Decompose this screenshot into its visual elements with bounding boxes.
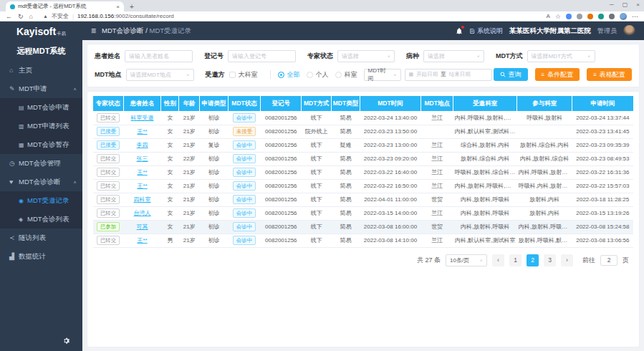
radio-all[interactable]: 全部 xyxy=(278,70,307,80)
notification-bell-icon[interactable] xyxy=(456,27,463,35)
register-no-input[interactable] xyxy=(228,50,296,62)
join-depts-cell: 呼吸科,内科,放射科,影像科 xyxy=(517,179,572,193)
refresh-icon[interactable]: ↻ xyxy=(18,13,24,20)
patient-name-link[interactable]: 科室受邀 xyxy=(131,115,154,121)
extension-icon[interactable] xyxy=(598,14,604,19)
mdt-mode-select[interactable]: 请选择MDT方式 ∨ xyxy=(527,50,595,62)
page-size-select[interactable]: 10条/页 ∨ xyxy=(446,254,487,266)
sidebar-item[interactable]: ▦MDT会诊暂存 xyxy=(0,135,82,154)
sidebar-item[interactable]: ◈MDT会诊列表 xyxy=(0,210,82,229)
table-row[interactable]: 已转交四科室女21岁初诊会诊中0082001256线下简易2022-04-01 … xyxy=(93,193,633,206)
bar-chart-icon: ▟ xyxy=(9,253,19,260)
patient-name-link[interactable]: 台湾人 xyxy=(134,210,151,216)
page-button[interactable]: 1 xyxy=(509,254,522,266)
tab-close-icon[interactable]: × xyxy=(116,4,120,10)
mdt-mode-cell: 线下 xyxy=(302,179,331,193)
table-row[interactable]: 已转交王**女21岁初诊会诊中0082001256线下简易2022-03-22 … xyxy=(93,179,633,193)
dept-checkbox-label[interactable]: 大科室 xyxy=(239,70,258,80)
patient-name-link[interactable]: 四科室 xyxy=(134,196,151,203)
expert-status-select[interactable]: 请选择 ∨ xyxy=(337,50,395,62)
sidebar-item[interactable]: ◉MDT受邀记录 xyxy=(0,191,82,210)
table-row[interactable]: 已转交台湾人女21岁初诊会诊中0082001256线下简易2022-03-15 … xyxy=(93,206,633,220)
register-no-cell: 0082001256 xyxy=(261,220,302,234)
date-range-picker[interactable]: ▦ 开始日期 至 结束日期 xyxy=(405,69,492,81)
mdt-time-cell: 2022-03-08 14:10:00 xyxy=(360,234,420,247)
apply-time-cell: 2022-03-18 11:28:25 xyxy=(572,193,633,206)
table-row[interactable]: 已接受王**女21岁初诊未接受0082001256院外线上简易2022-03-2… xyxy=(93,125,633,138)
radio-dept[interactable]: 科室 xyxy=(335,70,364,80)
settings-gear-icon[interactable] xyxy=(63,337,71,345)
extension-icon[interactable] xyxy=(587,14,593,19)
invited-depts-cell: 放射科,综合科,内科 xyxy=(453,152,517,165)
age-cell: 21岁 xyxy=(179,165,200,179)
mdt-location-select[interactable]: 请选择MDT地点 ∨ xyxy=(126,69,194,81)
expert-status-badge: 已转交 xyxy=(93,193,123,206)
condition-config-button[interactable]: ≡ 条件配置 xyxy=(535,68,580,81)
table-row[interactable]: 已参加可其女21岁初诊会诊中0082001256线下简易2022-03-08 1… xyxy=(93,220,633,234)
system-help-label: 系统说明 xyxy=(477,27,503,36)
extension-icon[interactable] xyxy=(609,14,615,19)
patient-name-link[interactable]: 李四 xyxy=(137,142,148,148)
expert-status-badge: 已转交 xyxy=(97,154,120,163)
patient-name-link: 可其 xyxy=(123,220,161,234)
table-row[interactable]: 已转交科室受邀女21岁初诊会诊中0082001256线下简易2022-03-24… xyxy=(93,111,633,125)
patient-name-link[interactable]: 王** xyxy=(137,237,147,244)
table-config-button[interactable]: ≡ 表格配置 xyxy=(587,68,632,81)
prev-page-button[interactable]: ‹ xyxy=(492,254,504,266)
disease-select[interactable]: 请选择 ∨ xyxy=(423,50,484,62)
search-button[interactable]: 查询 xyxy=(494,68,528,81)
home-icon[interactable]: ⌂ xyxy=(29,13,33,20)
time-type-select[interactable]: MDT时间 ∨ xyxy=(364,69,401,81)
extension-icon[interactable] xyxy=(566,14,572,19)
patient-name-link[interactable]: 王** xyxy=(137,128,147,135)
patient-name-link[interactable]: 可其 xyxy=(137,223,148,230)
next-page-button[interactable]: › xyxy=(561,254,573,266)
sidebar-item[interactable]: ⌂主页 xyxy=(0,61,82,80)
read-aloud-icon[interactable]: A xyxy=(547,13,550,19)
back-icon[interactable]: ← xyxy=(6,13,12,20)
mdt-time-cell: 2022-03-24 13:40:00 xyxy=(360,111,420,125)
favorites-star-icon[interactable]: ☆ xyxy=(555,13,561,20)
table-row[interactable]: 已转交张三女22岁初诊会诊中0082001256线下简易2022-03-23 0… xyxy=(93,152,633,165)
sidebar-item-label: MDT会诊管理 xyxy=(19,159,61,168)
page-button[interactable]: 2 xyxy=(527,254,539,266)
new-tab-button[interactable]: + xyxy=(130,3,134,11)
patient-name-link[interactable]: 张三 xyxy=(137,155,148,162)
expert-status-badge: 已转交 xyxy=(93,165,123,179)
user-avatar[interactable] xyxy=(623,25,635,37)
address-bar[interactable]: ▲ 不安全 | 192.168.0.156:9002/consultate/re… xyxy=(43,12,541,20)
goto-page-input[interactable] xyxy=(600,255,617,266)
sidebar-item[interactable]: ✎MDT申请∧ xyxy=(0,80,82,98)
patient-name-input[interactable] xyxy=(125,50,193,62)
extension-icon[interactable] xyxy=(577,14,582,19)
window-minimize-icon[interactable]: ─ xyxy=(610,1,614,8)
patient-name-link[interactable]: 王** xyxy=(137,183,147,189)
join-depts-cell: 放射科,内科 xyxy=(517,193,572,206)
table-row[interactable]: 已接受李四女21岁复诊会诊中0082001256线下疑难2022-03-23 1… xyxy=(93,138,633,152)
form-icon: ▤ xyxy=(19,105,27,111)
collapse-menu-icon[interactable]: ≡ xyxy=(91,26,96,36)
browser-tab[interactable]: mdt受邀记录 - 远程MDT系统 × xyxy=(6,1,124,11)
column-header: MDT时间 xyxy=(360,96,420,111)
window-close-icon[interactable]: × xyxy=(636,1,640,8)
sidebar-item[interactable]: ▟数据统计 xyxy=(0,247,82,266)
window-maximize-icon[interactable]: ▢ xyxy=(623,1,628,8)
browser-profile-avatar[interactable] xyxy=(620,13,627,20)
sidebar-item[interactable]: ≺随访列表 xyxy=(0,229,82,247)
patient-name-link: 张三 xyxy=(123,152,161,165)
mdt-type-cell: 简易 xyxy=(331,165,360,179)
expert-status-badge: 已接受 xyxy=(97,140,120,150)
sidebar-item[interactable]: ▤MDT会诊申请 xyxy=(0,98,82,117)
table-row[interactable]: 已转交王**女21岁初诊会诊中0082001256线下简易2022-03-22 … xyxy=(93,165,633,179)
patient-name-link[interactable]: 王** xyxy=(137,169,147,176)
mdt-location-cell: 兰江 xyxy=(421,234,453,247)
sidebar-item[interactable]: ♥MDT会诊诊断∧ xyxy=(0,173,82,191)
table-row[interactable]: 已转交王**男21岁初诊会诊中0082001256线下简易2022-03-08 … xyxy=(93,234,633,247)
page-button[interactable]: 3 xyxy=(544,254,556,266)
dept-checkbox[interactable] xyxy=(229,72,236,78)
more-menu-icon[interactable]: ⋯ xyxy=(632,13,638,20)
sidebar-item[interactable]: ◷MDT会诊管理 xyxy=(0,154,82,173)
radio-personal[interactable]: 个人 xyxy=(307,70,335,80)
system-help-link[interactable]: 系统说明 xyxy=(469,27,503,36)
sidebar-item[interactable]: ▥MDT申请列表 xyxy=(0,117,82,135)
